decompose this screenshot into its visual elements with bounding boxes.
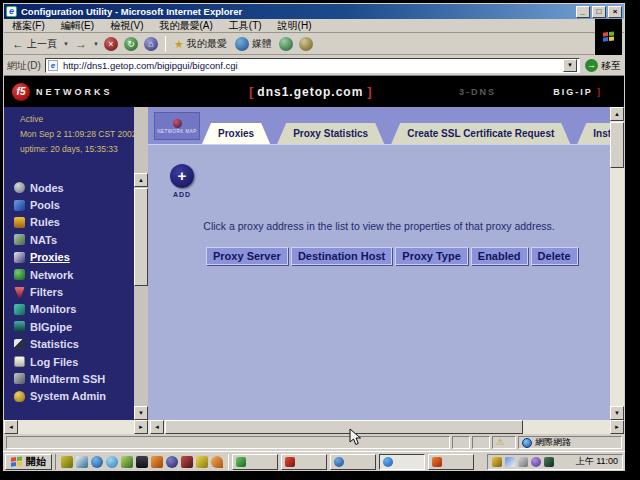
history-button[interactable] (279, 37, 293, 51)
sidebar-hscroll-left-button[interactable]: ◄ (4, 420, 18, 434)
f5-logo-icon: f5 (12, 83, 30, 101)
sidebar-item-network[interactable]: Network (14, 266, 106, 283)
quick-launch-icon-4[interactable] (106, 456, 118, 468)
sidebar-scroll-down-button[interactable]: ▼ (134, 406, 148, 420)
status-warning-pane: ⚠ (492, 436, 516, 449)
sidebar-scroll-up-button[interactable]: ▲ (134, 173, 148, 187)
quick-launch-icon-2[interactable] (76, 456, 88, 468)
sidebar-item-log-files[interactable]: Log Files (14, 353, 106, 370)
quick-launch-icon-9[interactable] (181, 456, 193, 468)
tray-icon-1[interactable] (492, 457, 502, 467)
tray-icon-5[interactable] (544, 457, 554, 467)
task-button-4-active[interactable] (379, 454, 425, 470)
sidebar-item-system-admin[interactable]: System Admin (14, 388, 106, 405)
sidebar-item-monitors[interactable]: Monitors (14, 301, 106, 318)
address-dropdown[interactable]: ▼ (563, 59, 577, 72)
go-button[interactable]: → 移至 (585, 59, 621, 73)
sidebar-item-label: Proxies (30, 251, 70, 263)
sidebar-item-mindterm-ssh[interactable]: Mindterm SSH (14, 370, 106, 387)
tray-icon-3[interactable] (518, 457, 528, 467)
sidebar-item-pools[interactable]: Pools (14, 196, 106, 213)
task-button-4-icon (383, 457, 393, 467)
title-bar: e Configuration Utility - Microsoft Inte… (4, 4, 624, 19)
menu-item-edit[interactable]: 編輯(E) (53, 19, 102, 33)
start-button[interactable]: 開始 (5, 454, 52, 470)
quick-launch-icon-6[interactable] (136, 456, 148, 468)
system-status: Active (20, 112, 134, 127)
sidebar-item-rules[interactable]: Rules (14, 214, 106, 231)
tray-icon-2[interactable] (505, 457, 515, 467)
address-input[interactable] (61, 59, 563, 72)
close-button[interactable]: × (608, 6, 622, 18)
sidebar-item-label: BIGpipe (30, 321, 72, 333)
menu-item-help[interactable]: 說明(H) (270, 19, 320, 33)
system-admin-icon (14, 391, 25, 402)
content-scroll-thumb[interactable] (610, 122, 624, 168)
menu-item-view[interactable]: 檢視(V) (102, 19, 151, 33)
stop-button[interactable]: × (104, 37, 118, 51)
media-button[interactable]: 媒體 (231, 36, 276, 52)
nodes-icon (14, 182, 25, 193)
content-scroll-up-button[interactable]: ▲ (610, 107, 624, 121)
sidebar-item-statistics[interactable]: Statistics (14, 336, 106, 353)
quick-launch-icon-1[interactable] (61, 456, 73, 468)
task-button-2-icon (285, 457, 295, 467)
content-hscroll-thumb[interactable] (165, 420, 523, 434)
system-tray: 上午 11:00 (487, 454, 623, 470)
maximize-button[interactable]: □ (592, 6, 606, 18)
quick-launch-icon-5[interactable] (121, 456, 133, 468)
tab-create-ssl-certificate-request[interactable]: Create SSL Certificate Request (391, 123, 570, 144)
sidebar-item-nodes[interactable]: Nodes (14, 179, 106, 196)
mail-button[interactable] (299, 37, 313, 51)
table-header-proxy-server: Proxy Server (206, 247, 288, 265)
minimize-button[interactable]: _ (576, 6, 590, 18)
sidebar-item-label: Log Files (30, 356, 78, 368)
back-dropdown[interactable]: ▼ (61, 41, 71, 47)
content-hscroll-left-button[interactable]: ◄ (150, 420, 164, 434)
quick-launch-icon-7[interactable] (151, 456, 163, 468)
tab-proxy-statistics[interactable]: Proxy Statistics (277, 123, 384, 144)
add-proxy-button[interactable]: + (170, 164, 194, 188)
task-button-2[interactable] (281, 454, 327, 470)
menu-item-file[interactable]: 檔案(F) (4, 19, 53, 33)
content-scroll-down-button[interactable]: ▼ (610, 406, 624, 420)
rules-icon (14, 217, 25, 228)
favorites-star-icon: ★ (174, 38, 184, 51)
network-map-button[interactable]: NETWORK MAP (154, 112, 200, 140)
quick-launch-icon-10[interactable] (196, 456, 208, 468)
forward-dropdown[interactable]: ▼ (91, 41, 101, 47)
product-bigip[interactable]: BIG-IP ] (553, 87, 602, 97)
menu-item-tools[interactable]: 工具(T) (221, 19, 270, 33)
back-icon: ← (12, 37, 24, 51)
tab-band: NETWORK MAP Proxies Proxy Statistics Cre… (148, 107, 610, 145)
back-button[interactable]: ← 上一頁 (8, 36, 61, 52)
sidebar-item-nats[interactable]: NATs (14, 231, 106, 248)
task-button-3[interactable] (330, 454, 376, 470)
refresh-button[interactable]: ↻ (124, 37, 138, 51)
favorites-button[interactable]: ★ 我的最愛 (170, 36, 231, 52)
tab-proxies[interactable]: Proxies (202, 123, 270, 144)
tray-icon-4[interactable] (531, 457, 541, 467)
home-button[interactable]: ⌂ (144, 37, 158, 51)
sidebar-item-label: Rules (30, 216, 60, 228)
task-button-1[interactable] (232, 454, 278, 470)
ie-throbber (595, 19, 622, 55)
mouse-cursor (349, 428, 363, 446)
sidebar-item-filters[interactable]: Filters (14, 283, 106, 300)
sidebar-item-label: Network (30, 269, 73, 281)
quick-launch-icon-3[interactable] (91, 456, 103, 468)
sidebar-hscroll-right-button[interactable]: ► (134, 420, 148, 434)
quick-launch-icon-11[interactable] (211, 456, 223, 468)
tab-install-ssl-certificate[interactable]: Install SSL Certif (577, 123, 610, 144)
product-3dns[interactable]: 3-DNS (459, 87, 496, 97)
forward-button[interactable]: → (71, 36, 91, 52)
sidebar-scroll-thumb[interactable] (134, 188, 148, 286)
menu-item-favorites[interactable]: 我的最愛(A) (151, 19, 220, 33)
task-button-5[interactable] (428, 454, 474, 470)
sidebar-item-bigpipe[interactable]: BIGpipe (14, 318, 106, 335)
content-hscroll-right-button[interactable]: ► (610, 420, 624, 434)
sidebar-item-proxies[interactable]: Proxies (14, 249, 106, 266)
taskbar: 開始 上午 11:00 (3, 451, 625, 471)
task-buttons (232, 454, 484, 470)
quick-launch-icon-8[interactable] (166, 456, 178, 468)
